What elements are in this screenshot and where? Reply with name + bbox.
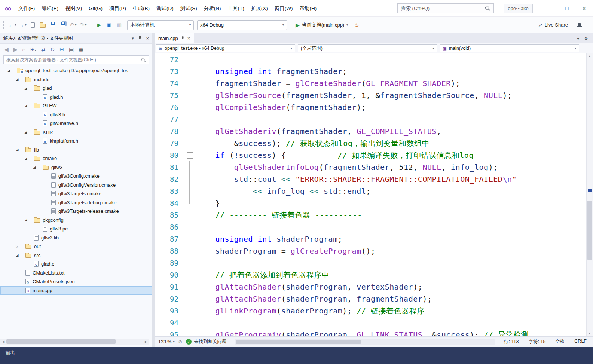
open-folder-button[interactable]	[38, 19, 47, 31]
editor-vertical-scrollbar[interactable]: ▲ ▼	[586, 53, 593, 336]
code-line-85[interactable]: 85 // -------- 链接着色器 ----------	[155, 209, 586, 221]
line-number[interactable]: 85	[155, 211, 184, 219]
close-button[interactable]: ×	[575, 0, 593, 16]
tree-item-glfw3[interactable]: ◢glfw3	[0, 163, 152, 172]
scrollbar-thumb[interactable]	[6, 339, 116, 344]
code-line-77[interactable]: 77	[155, 113, 586, 125]
line-number[interactable]: 84	[155, 199, 184, 207]
line-number[interactable]: 88	[155, 247, 184, 255]
menu-h[interactable]: 帮助(H)	[296, 0, 320, 16]
redo-button[interactable]: ↷▾	[79, 19, 88, 31]
code-line-91[interactable]: 91 glAttachShader(shaderProgram, vertexS…	[155, 281, 586, 293]
code-line-93[interactable]: 93 glLinkProgram(shaderProgram); // 链接着色…	[155, 305, 586, 317]
tree-expander-icon[interactable]: ◢	[23, 218, 29, 222]
explorer-back-icon[interactable]: ◀	[4, 46, 9, 52]
menu-p[interactable]: 项目(P)	[106, 0, 129, 16]
quick-search-box[interactable]: 搜索 (Ctrl+Q)	[397, 3, 494, 13]
tree-item-glfw3targets-release-cmake[interactable]: glfw3Targets-release.cmake	[0, 207, 152, 216]
zoom-control[interactable]: 133 % ▾	[158, 339, 174, 345]
save-button[interactable]	[48, 19, 57, 31]
line-number[interactable]: 82	[155, 175, 184, 183]
menu-v[interactable]: 视图(V)	[62, 0, 85, 16]
navigate-forward-button[interactable]: →▾	[18, 19, 27, 31]
tree-item-glfw3native-h[interactable]: hglfw3native.h	[0, 119, 152, 128]
tree-item-opengl-test-cmake-d-cpp-projects-opengl-tes[interactable]: ◢opengl_test_cmake (D:\cpp\projects\open…	[0, 66, 152, 75]
code-line-89[interactable]: 89	[155, 257, 586, 269]
panel-close-icon[interactable]: ×	[146, 36, 149, 41]
code-line-73[interactable]: 73 unsigned int fragmentShader;	[155, 65, 586, 77]
solution-name-badge[interactable]: ope⋯ake	[504, 4, 533, 13]
configuration-dropdown[interactable]: x64 Debug ▾	[197, 20, 287, 30]
tab-close-icon[interactable]: ×	[187, 36, 190, 41]
scroll-down-icon[interactable]: ▼	[587, 332, 593, 335]
tree-item-glfw[interactable]: ◢GLFW	[0, 101, 152, 110]
scroll-left-icon[interactable]: ◀	[0, 339, 6, 345]
switch-views-button[interactable]: ⊞▾	[30, 46, 36, 52]
code-line-78[interactable]: 78 glGetShaderiv(fragmentShader, GL_COMP…	[155, 125, 586, 137]
show-all-files-icon[interactable]: ▤	[69, 46, 74, 52]
menu-n[interactable]: 分析(N)	[201, 0, 224, 16]
line-number[interactable]: 94	[155, 319, 184, 327]
undo-button[interactable]: ↶▾	[68, 19, 77, 31]
scrollbar-thumb[interactable]	[236, 340, 361, 344]
document-health-indicator[interactable]: ✓ 未找到相关问题	[186, 339, 227, 345]
status-line-number[interactable]: 行: 113	[504, 339, 519, 345]
scrollbar-thumb[interactable]	[587, 201, 592, 260]
tree-expander-icon[interactable]: ◢	[14, 77, 20, 81]
tree-expander-icon[interactable]: ◢	[23, 130, 29, 134]
code-line-95[interactable]: 95 glGetProgramiv(shaderProgram, GL_LINK…	[155, 329, 586, 336]
menu-f[interactable]: 文件(F)	[15, 0, 38, 16]
panel-position-chevron-icon[interactable]: ▾	[132, 36, 134, 41]
code-line-82[interactable]: 82 std::cout << "ERROR::SHADER::FRAGMENT…	[155, 173, 586, 185]
scroll-up-icon[interactable]: ▲	[587, 55, 593, 58]
status-line-ending[interactable]: CRLF	[574, 339, 587, 345]
editor-horizontal-scrollbar[interactable]	[235, 339, 495, 345]
hot-reload-button[interactable]: ♨	[352, 19, 361, 31]
debug-target-button[interactable]: ▣	[105, 19, 114, 31]
code-line-79[interactable]: 79 &success); // 获取状态和log，输出到变量和数组中	[155, 137, 586, 149]
tree-expander-icon[interactable]: ◢	[14, 148, 20, 152]
line-number[interactable]: 92	[155, 295, 184, 303]
line-number[interactable]: 76	[155, 103, 184, 111]
code-line-88[interactable]: 88 shaderProgram = glCreateProgram();	[155, 245, 586, 257]
status-char-number[interactable]: 字符: 15	[528, 339, 545, 345]
toolbar-grip[interactable]	[3, 21, 4, 29]
menu-w[interactable]: 窗口(W)	[271, 0, 296, 16]
save-all-button[interactable]	[58, 19, 67, 31]
tree-item-src[interactable]: ◢src	[0, 251, 152, 260]
menu-t[interactable]: 工具(T)	[224, 0, 248, 16]
code-line-76[interactable]: 76 glCompileShader(fragmentShader);	[155, 101, 586, 113]
scope-dropdown[interactable]: (全局范围) ▾	[298, 44, 437, 52]
tree-item-glfw3config-cmake[interactable]: glfw3Config.cmake	[0, 172, 152, 181]
line-number[interactable]: 74	[155, 79, 184, 88]
line-number[interactable]: 77	[155, 115, 184, 123]
line-number[interactable]: 91	[155, 283, 184, 291]
tree-item-out[interactable]: ▷out	[0, 242, 152, 251]
navigate-back-button[interactable]: ←▾	[8, 19, 17, 31]
chevron-down-icon[interactable]: ▾	[346, 23, 348, 27]
minimize-button[interactable]: —	[541, 0, 558, 16]
explorer-search-box[interactable]: 搜索解决方案资源管理器 - 文件夹视图(Ctrl+;)	[3, 55, 149, 64]
chevron-down-icon[interactable]: ▾	[75, 23, 76, 27]
tab-pin-icon[interactable]	[181, 36, 184, 40]
search-icon[interactable]	[141, 58, 146, 62]
project-dropdown[interactable]: ⊞ opengl_test.exe - x64 Debug ▾	[156, 44, 295, 52]
line-number[interactable]: 73	[155, 67, 184, 76]
tree-expander-icon[interactable]: ▷	[14, 245, 20, 248]
tree-item-glfw3targets-debug-cmake[interactable]: glfw3Targets-debug.cmake	[0, 198, 152, 207]
home-icon[interactable]: ⌂	[22, 46, 25, 52]
code-area[interactable]: 7273 unsigned int fragmentShader;74 frag…	[155, 53, 586, 336]
attach-process-button[interactable]: ▥	[115, 19, 124, 31]
tree-item-main-cpp[interactable]: ++main.cpp	[0, 286, 152, 295]
menu-d[interactable]: 调试(D)	[153, 0, 177, 16]
tab-main-cpp[interactable]: main.cpp ×	[155, 33, 194, 43]
code-line-84[interactable]: 84 }	[155, 197, 586, 209]
tab-list-chevron-icon[interactable]: ▾	[577, 36, 579, 41]
pin-icon[interactable]	[138, 36, 141, 41]
tree-item-khrplatform-h[interactable]: hkhrplatform.h	[0, 137, 152, 146]
line-number[interactable]: 89	[155, 259, 184, 267]
member-dropdown[interactable]: ▣ main(void) ▾	[440, 44, 579, 52]
target-machine-dropdown[interactable]: 本地计算机 ▾	[127, 20, 194, 30]
line-number[interactable]: 75	[155, 91, 184, 100]
tree-item-glad[interactable]: ◢glad	[0, 84, 152, 93]
